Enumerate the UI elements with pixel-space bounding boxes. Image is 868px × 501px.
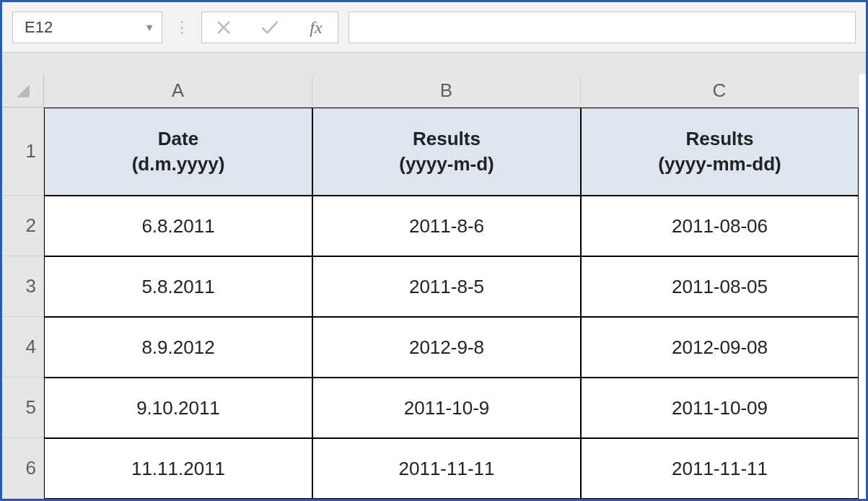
cell-A6[interactable]: 11.11.2011 xyxy=(44,438,312,499)
cell-A3[interactable]: 5.8.2011 xyxy=(44,256,312,317)
row-header-4[interactable]: 4 xyxy=(2,317,44,378)
cell-A1[interactable]: Date (d.m.yyyy) xyxy=(44,108,312,196)
formula-input[interactable] xyxy=(348,12,856,43)
formula-bar: E12 ▼ ⋮ fx xyxy=(2,2,866,53)
cell-C3[interactable]: 2011-08-05 xyxy=(581,256,859,317)
cell-B4[interactable]: 2012-9-8 xyxy=(312,317,581,378)
row-header-1[interactable]: 1 xyxy=(2,108,44,196)
cell-A5[interactable]: 9.10.2011 xyxy=(44,378,312,438)
cell-C2[interactable]: 2011-08-06 xyxy=(581,196,859,256)
cell-C6[interactable]: 2011-11-11 xyxy=(581,438,859,499)
enter-icon[interactable] xyxy=(260,17,280,38)
chevron-down-icon[interactable]: ▼ xyxy=(144,22,154,33)
cell-C4[interactable]: 2012-09-08 xyxy=(581,317,859,378)
row-header-2[interactable]: 2 xyxy=(2,196,44,256)
column-header-C[interactable]: C xyxy=(581,74,859,108)
formula-bar-buttons: fx xyxy=(201,12,338,43)
spreadsheet-grid: A B C 1 Date (d.m.yyyy) Results (yyyy-m-… xyxy=(2,74,866,499)
column-header-A[interactable]: A xyxy=(44,74,312,108)
row-header-5[interactable]: 5 xyxy=(2,378,44,438)
cell-B5[interactable]: 2011-10-9 xyxy=(312,378,581,438)
cell-B1[interactable]: Results (yyyy-m-d) xyxy=(312,108,581,196)
divider-icon: ⋮ xyxy=(172,18,191,37)
spacer xyxy=(2,53,866,74)
cell-C5[interactable]: 2011-10-09 xyxy=(581,378,859,438)
insert-function-icon[interactable]: fx xyxy=(306,17,326,38)
row-header-3[interactable]: 3 xyxy=(2,256,44,317)
cell-A4[interactable]: 8.9.2012 xyxy=(44,317,312,378)
cancel-icon[interactable] xyxy=(214,17,234,38)
column-header-B[interactable]: B xyxy=(312,74,581,108)
cell-B3[interactable]: 2011-8-5 xyxy=(312,256,581,317)
cell-C1[interactable]: Results (yyyy-mm-dd) xyxy=(581,108,859,196)
cell-B6[interactable]: 2011-11-11 xyxy=(312,438,581,499)
cell-A2[interactable]: 6.8.2011 xyxy=(44,196,312,256)
select-all-corner[interactable] xyxy=(2,74,44,108)
cell-reference: E12 xyxy=(25,18,53,37)
cell-B2[interactable]: 2011-8-6 xyxy=(312,196,581,256)
row-header-6[interactable]: 6 xyxy=(2,438,44,499)
name-box[interactable]: E12 ▼ xyxy=(12,12,162,43)
